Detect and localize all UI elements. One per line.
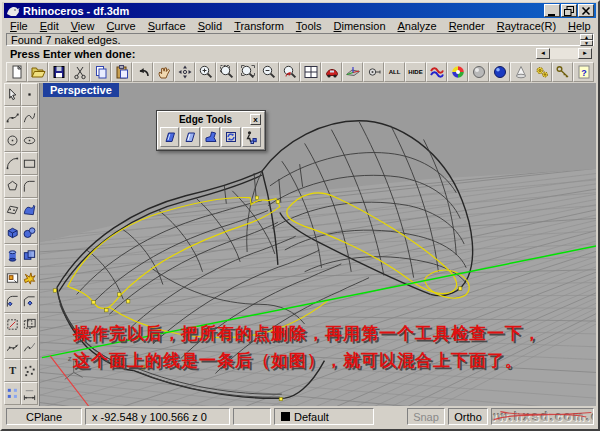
paste-button[interactable]	[111, 62, 132, 82]
layer-pane[interactable]: Default	[274, 408, 374, 425]
scroll-down-button[interactable]: ▼	[580, 40, 593, 46]
sidebar-cylinder-button[interactable]	[4, 244, 21, 267]
render-button[interactable]	[489, 62, 510, 82]
undo-button[interactable]	[132, 62, 153, 82]
menu-item-analyze[interactable]: Analyze	[392, 19, 443, 33]
sidebar-rebuild-curve-button[interactable]	[4, 336, 21, 359]
sidebar-fillet-surface-button[interactable]	[21, 290, 38, 313]
spotlight-button[interactable]	[510, 62, 531, 82]
join-edge-button[interactable]	[201, 127, 220, 147]
edge-tools-close-button[interactable]: x	[250, 114, 261, 125]
sidebar-pointer-button[interactable]	[4, 83, 21, 106]
named-view-car-button[interactable]	[321, 62, 342, 82]
sidebar-curved-surface-button[interactable]	[21, 198, 38, 221]
save-button[interactable]	[48, 62, 69, 82]
menu-item-view[interactable]: View	[65, 19, 101, 33]
hide-objects-button[interactable]: HIDE	[405, 62, 426, 82]
sidebar-array-button[interactable]	[4, 382, 21, 405]
show-edges-button[interactable]	[160, 127, 179, 147]
menu-item-curve[interactable]: Curve	[100, 19, 141, 33]
menu-item-file[interactable]: File	[4, 19, 34, 33]
watermark: www.hxsd.com.cn	[491, 408, 594, 425]
show-naked-edges-button[interactable]	[180, 127, 199, 147]
restore-button[interactable]	[561, 4, 577, 17]
freeform-curve-icon	[22, 110, 37, 125]
sidebar-block-edit-button[interactable]	[4, 267, 21, 290]
command-prompt[interactable]: Press Enter when done: ◄ ►	[6, 47, 594, 60]
cut-button[interactable]	[69, 62, 90, 82]
coordinates-display[interactable]: x -92.548 y 100.566 z 0	[85, 408, 230, 425]
undo-view-button[interactable]	[279, 62, 300, 82]
trim-icon	[5, 317, 20, 332]
polygon-icon	[5, 179, 20, 194]
cplane-pane[interactable]: CPlane	[6, 408, 82, 425]
set-view-button[interactable]	[363, 62, 384, 82]
new-document-button[interactable]	[6, 62, 27, 82]
scroll-left-button[interactable]: ◄	[536, 48, 550, 59]
perspective-viewport[interactable]: Perspective	[39, 83, 596, 406]
viewport-title-tab[interactable]: Perspective	[43, 83, 119, 97]
sidebar-polygon-button[interactable]	[4, 175, 21, 198]
sidebar-explode-button[interactable]	[21, 267, 38, 290]
sidebar-match-curve-button[interactable]	[21, 336, 38, 359]
menu-item-help[interactable]: Help	[562, 19, 597, 33]
menu-item-edit[interactable]: Edit	[34, 19, 65, 33]
sidebar-split-button[interactable]	[21, 313, 38, 336]
sidebar-fillet-curve-button[interactable]	[4, 290, 21, 313]
zoom-extents-all-button[interactable]: ALL	[384, 62, 405, 82]
sidebar-freeform-curve-button[interactable]	[21, 106, 38, 129]
zoom-out-button[interactable]	[258, 62, 279, 82]
options-button[interactable]	[531, 62, 552, 82]
annotation-line-2: 这个面上的线是一条后（如图），就可以混合上下面了。	[73, 349, 523, 372]
menu-item-raytracer[interactable]: Raytrace(R)	[491, 19, 562, 33]
color-wheel-button[interactable]	[447, 62, 468, 82]
sidebar-point-button[interactable]	[21, 83, 38, 106]
sidebar-arc-button[interactable]	[4, 152, 21, 175]
sidebar-corner-arc-button[interactable]	[21, 175, 38, 198]
menu-item-tools[interactable]: Tools	[290, 19, 328, 33]
edge-tools-palette[interactable]: Edge Tools x	[156, 110, 266, 151]
cplane-button[interactable]	[342, 62, 363, 82]
point-icon	[22, 87, 37, 102]
menu-item-transform[interactable]: Transform	[228, 19, 290, 33]
sidebar-boolean-solids-button[interactable]	[21, 244, 38, 267]
close-button[interactable]	[578, 4, 594, 17]
sidebar-dimension-button[interactable]	[21, 382, 38, 405]
sidebar-rectangle-button[interactable]	[21, 152, 38, 175]
zoom-dynamic-button[interactable]	[195, 62, 216, 82]
split-edge-button[interactable]	[242, 127, 261, 147]
sidebar-curve-points-button[interactable]	[4, 106, 21, 129]
zoom-window-button[interactable]	[216, 62, 237, 82]
minimize-button[interactable]	[544, 4, 560, 17]
menu-item-solid[interactable]: Solid	[192, 19, 228, 33]
shade-button[interactable]	[426, 62, 447, 82]
license-key-button[interactable]	[552, 62, 573, 82]
cut-icon	[72, 64, 88, 80]
sidebar-spheres-button[interactable]	[21, 221, 38, 244]
scrollbar-track[interactable]	[550, 48, 578, 59]
scroll-right-button[interactable]: ►	[578, 48, 592, 59]
ortho-toggle[interactable]: Ortho	[448, 408, 488, 425]
snap-toggle[interactable]: Snap	[407, 408, 445, 425]
edge-tools-titlebar[interactable]: Edge Tools x	[159, 113, 263, 126]
sidebar-trim-button[interactable]	[4, 313, 21, 336]
sidebar-ellipse-button[interactable]	[21, 129, 38, 152]
help-button[interactable]: ?	[573, 62, 594, 82]
sidebar-patch-surface-button[interactable]	[4, 198, 21, 221]
render-preview-button[interactable]	[468, 62, 489, 82]
sidebar-circle-button[interactable]	[4, 129, 21, 152]
open-file-button[interactable]	[27, 62, 48, 82]
menu-item-surface[interactable]: Surface	[142, 19, 192, 33]
sidebar-point-cloud-button[interactable]	[21, 359, 38, 382]
sidebar-text-button[interactable]: T	[4, 359, 21, 382]
menu-item-dimension[interactable]: Dimension	[328, 19, 392, 33]
rotate-view-button[interactable]	[174, 62, 195, 82]
zoom-selected-button[interactable]	[237, 62, 258, 82]
pan-button[interactable]	[153, 62, 174, 82]
menu-item-render[interactable]: Render	[443, 19, 491, 33]
copy-button[interactable]	[90, 62, 111, 82]
four-viewports-button[interactable]	[300, 62, 321, 82]
units-pane[interactable]	[233, 408, 271, 425]
rebuild-edges-button[interactable]	[221, 127, 240, 147]
sidebar-box-button[interactable]	[4, 221, 21, 244]
